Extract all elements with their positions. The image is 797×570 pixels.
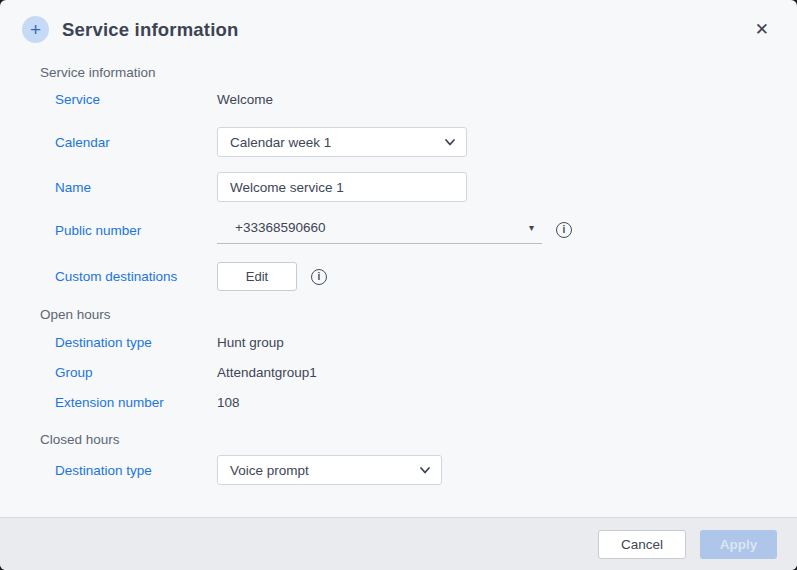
name-row: Name <box>40 172 797 202</box>
cancel-button[interactable]: Cancel <box>598 530 686 559</box>
service-label: Service <box>40 92 217 107</box>
calendar-selected-value: Calendar week 1 <box>230 135 444 150</box>
open-destination-type-label: Destination type <box>40 335 217 350</box>
name-input[interactable] <box>217 172 467 202</box>
open-destination-type-value: Hunt group <box>217 335 284 350</box>
section-closed-hours: Closed hours <box>40 432 797 447</box>
calendar-label: Calendar <box>40 135 217 150</box>
service-value: Welcome <box>217 92 273 107</box>
group-label: Group <box>40 365 217 380</box>
extension-number-value: 108 <box>217 395 240 410</box>
dialog-footer: Cancel Apply <box>0 517 797 570</box>
closed-destination-type-label: Destination type <box>40 463 217 478</box>
plus-glyph: + <box>30 20 41 39</box>
info-icon: i <box>556 222 572 238</box>
calendar-row: Calendar Calendar week 1 <box>40 127 797 157</box>
closed-destination-type-row: Destination type Voice prompt <box>40 455 797 485</box>
closed-destination-type-select[interactable]: Voice prompt <box>217 455 442 485</box>
section-service-information: Service information <box>40 65 797 80</box>
dropdown-arrow-icon: ▾ <box>529 222 534 233</box>
closed-destination-type-value: Voice prompt <box>230 463 419 478</box>
dialog-body: Service information Service Welcome Cale… <box>0 49 797 517</box>
service-row: Service Welcome <box>40 88 797 110</box>
public-number-row: Public number +33368590660 ▾ i <box>40 216 797 244</box>
section-open-hours: Open hours <box>40 307 797 322</box>
extension-number-label: Extension number <box>40 395 217 410</box>
chevron-down-icon <box>419 464 431 476</box>
open-destination-type-row: Destination type Hunt group <box>40 332 797 352</box>
calendar-select[interactable]: Calendar week 1 <box>217 127 467 157</box>
public-number-value: +33368590660 <box>235 220 529 235</box>
custom-destinations-label: Custom destinations <box>40 269 217 284</box>
apply-button[interactable]: Apply <box>700 530 777 559</box>
close-icon[interactable]: ✕ <box>751 17 773 42</box>
plus-icon: + <box>22 16 49 43</box>
chevron-down-icon <box>444 136 456 148</box>
dialog-title: Service information <box>62 19 239 41</box>
group-row: Group Attendantgroup1 <box>40 362 797 382</box>
edit-button[interactable]: Edit <box>217 262 297 291</box>
public-number-label: Public number <box>40 223 217 238</box>
extension-number-row: Extension number 108 <box>40 392 797 412</box>
dialog-header: + Service information ✕ <box>0 0 797 49</box>
service-information-dialog: + Service information ✕ Service informat… <box>0 0 797 570</box>
public-number-combobox[interactable]: +33368590660 ▾ <box>217 216 542 244</box>
info-icon: i <box>311 269 327 285</box>
name-label: Name <box>40 180 217 195</box>
custom-destinations-row: Custom destinations Edit i <box>40 262 797 291</box>
group-value: Attendantgroup1 <box>217 365 317 380</box>
